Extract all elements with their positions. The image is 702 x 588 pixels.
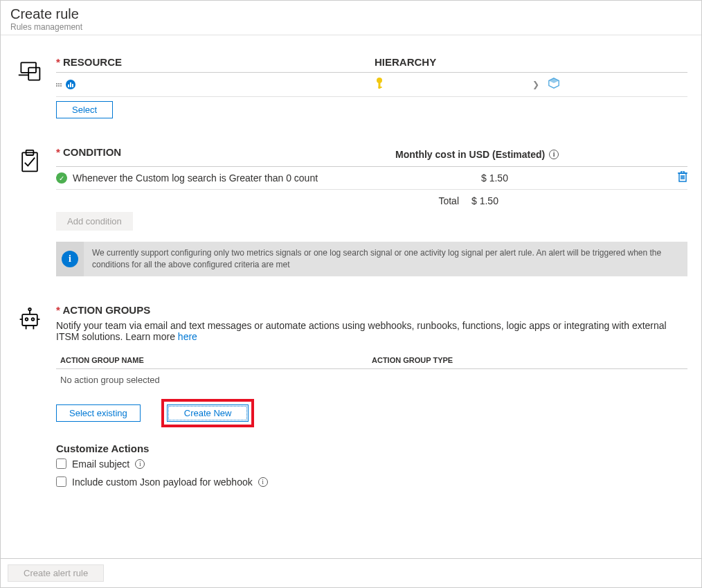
json-payload-checkbox[interactable] — [56, 476, 66, 487]
create-alert-rule-button[interactable]: Create alert rule — [8, 564, 104, 582]
cost-heading: Monthly cost in USD (Estimated) i — [395, 149, 687, 160]
action-groups-section: * ACTION GROUPS Notify your team via ema… — [8, 304, 694, 495]
hierarchy-heading: HIERARCHY — [375, 56, 687, 68]
robot-icon — [8, 304, 56, 495]
svg-point-3 — [377, 78, 382, 83]
select-resource-button[interactable]: Select — [56, 101, 113, 118]
col-action-group-type: ACTION GROUP TYPE — [372, 356, 453, 364]
svg-rect-15 — [681, 171, 684, 173]
customize-actions-heading: Customize Actions — [56, 443, 687, 454]
svg-rect-1 — [28, 68, 39, 80]
info-icon[interactable]: i — [258, 477, 268, 487]
footer: Create alert rule — [1, 558, 701, 587]
info-banner: i We currently support configuring only … — [56, 242, 687, 276]
total-label: Total — [56, 195, 471, 206]
page-title: Create rule — [10, 6, 692, 22]
resource-group-icon — [548, 77, 560, 92]
email-subject-option[interactable]: Email subject i — [56, 458, 687, 470]
total-value: $ 1.50 — [471, 195, 498, 206]
highlight-create-new: Create New — [161, 399, 255, 427]
add-condition-button[interactable]: Add condition — [56, 212, 133, 231]
check-icon: ✓ — [56, 172, 67, 184]
condition-cost: $ 1.50 — [460, 172, 667, 184]
condition-section: * CONDITION Monthly cost in USD (Estimat… — [8, 146, 694, 276]
col-action-group-name: ACTION GROUP NAME — [60, 356, 372, 364]
page-header: Create rule Rules management — [1, 1, 701, 35]
learn-more-link[interactable]: here — [178, 331, 197, 342]
svg-rect-5 — [379, 87, 382, 88]
email-subject-checkbox[interactable] — [56, 458, 66, 469]
chevron-right-icon: ❯ — [532, 80, 539, 89]
svg-point-20 — [28, 308, 31, 310]
clipboard-icon — [8, 146, 56, 276]
page-subtitle: Rules management — [10, 22, 692, 32]
key-icon — [375, 77, 384, 92]
svg-point-18 — [32, 318, 35, 321]
resource-heading: * RESOURCE — [56, 56, 375, 68]
info-circle-icon: i — [62, 251, 78, 267]
svg-rect-16 — [22, 314, 37, 325]
devices-icon — [8, 56, 56, 118]
info-icon[interactable]: i — [135, 459, 145, 469]
action-groups-heading: * ACTION GROUPS — [56, 304, 687, 316]
info-icon[interactable]: i — [549, 150, 559, 159]
json-payload-option[interactable]: Include custom Json payload for webhook … — [56, 476, 687, 488]
condition-text: Whenever the Custom log search is Greate… — [73, 172, 460, 184]
info-banner-text: We currently support configuring only tw… — [84, 242, 687, 276]
svg-marker-7 — [549, 78, 559, 83]
action-group-empty: No action group selected — [56, 368, 687, 392]
resource-section: * RESOURCE HIERARCHY — [8, 56, 694, 118]
delete-condition-button[interactable] — [667, 171, 687, 185]
action-groups-description: Notify your team via email and text mess… — [56, 320, 687, 342]
select-existing-button[interactable]: Select existing — [56, 404, 141, 422]
create-new-button[interactable]: Create New — [167, 404, 249, 422]
svg-point-17 — [26, 318, 28, 321]
condition-heading: * CONDITION — [56, 146, 395, 158]
condition-row[interactable]: ✓ Whenever the Custom log search is Grea… — [56, 166, 687, 190]
app-insights-icon — [56, 80, 75, 89]
